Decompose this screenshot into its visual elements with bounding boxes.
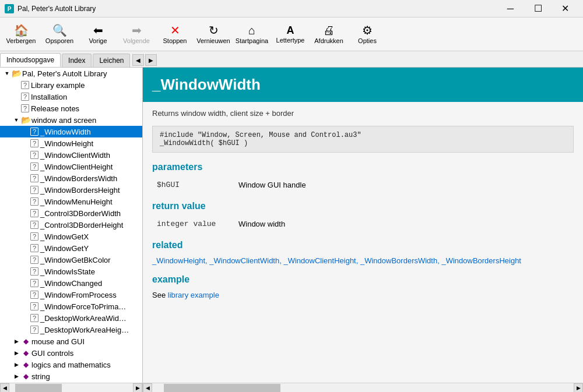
doc-icon: ?	[30, 174, 38, 182]
toolbar-vernieuwen-label: Vernieuwen	[196, 37, 230, 44]
content-hscroll-left[interactable]: ◀	[143, 383, 152, 393]
toolbar-startpagina[interactable]: ⌂ Startpagina	[233, 19, 271, 50]
toolbar-lettertype[interactable]: A Lettertype	[272, 19, 309, 50]
expand-icon[interactable]: ▶	[12, 337, 21, 346]
sidebar-item-windowclientheight[interactable]: ? _WindowClientHeight	[0, 161, 142, 172]
sidebar-item-label: _WindowFromProcess	[40, 291, 117, 299]
sidebar-item-desktopworkareaheight[interactable]: ? _DesktopWorkAreaHeig…	[0, 324, 142, 336]
content-area: _WindowWidth Returns window width, clien…	[143, 68, 583, 392]
related-link-windowclientheight[interactable]: _WindowClientHeight	[283, 256, 356, 265]
doc-icon: ?	[21, 93, 29, 101]
toolbar-stoppen[interactable]: ✕ Stoppen	[156, 19, 194, 50]
sidebar-item-label: _WindowHeight	[40, 139, 93, 148]
gem-icon: ◆	[21, 360, 30, 369]
doc-icon: ?	[30, 326, 38, 334]
sidebar-item-label: _WindowClientWidth	[40, 151, 110, 160]
sidebar-item-label: Library example	[31, 81, 85, 90]
expand-icon[interactable]: ▶	[12, 348, 21, 358]
parameters-table: $hGUI Window GUI handle	[152, 178, 574, 192]
code-line-2: _WindowWidth( $hGUI )	[160, 139, 566, 147]
sidebar-item-windowchanged[interactable]: ? _WindowChanged	[0, 277, 142, 289]
tab-inhoudsopgave[interactable]: Inhoudsopgave	[0, 53, 61, 67]
spacer	[21, 127, 30, 136]
content-hscroll-track[interactable]	[152, 383, 574, 392]
doc-icon: ?	[21, 81, 29, 89]
content-hscroll-right[interactable]: ▶	[574, 383, 583, 393]
sidebar-item-windowbordersheight[interactable]: ? _WindowBordersHeight	[0, 184, 142, 196]
sidebar-item-label: _WindowMenuHeight	[40, 197, 113, 206]
expand-icon[interactable]: ▶	[12, 372, 21, 381]
toolbar-volgende[interactable]: ➡ Volgende	[118, 19, 155, 50]
doc-icon: ?	[30, 197, 38, 206]
content-hscroll-thumb[interactable]	[164, 384, 280, 392]
related-link-windowheight[interactable]: _WindowHeight	[152, 256, 205, 265]
sidebar-item-windowgety[interactable]: ? _WindowGetY	[0, 242, 142, 254]
toolbar-opsporen[interactable]: 🔍 Opsporen	[41, 19, 78, 50]
expand-icon[interactable]: ▼	[12, 115, 21, 125]
sidebar-item-label: _WindowForceToPrima…	[40, 302, 126, 311]
sidebar-item-control3dborderheight[interactable]: ? _Control3DBorderHeight	[0, 219, 142, 231]
tab-index[interactable]: Index	[62, 54, 92, 67]
sidebar-item-desktopworkareawidth[interactable]: ? _DesktopWorkAreaWid…	[0, 312, 142, 324]
sidebar-item-label: _WindowIsState	[40, 267, 95, 276]
content-horizontal-scrollbar[interactable]: ◀ ▶	[143, 383, 583, 392]
sidebar-item-gui-controls[interactable]: ▶ ◆ GUI controls	[0, 347, 142, 359]
toolbar-verbergen[interactable]: 🏠 Verbergen	[2, 19, 40, 50]
spacer	[21, 313, 30, 323]
nav-prev-arrow[interactable]: ◀	[132, 54, 144, 66]
sidebar-item-windowmenuheight[interactable]: ? _WindowMenuHeight	[0, 196, 142, 207]
spacer	[21, 209, 30, 218]
related-link-windowclientwidth[interactable]: _WindowClientWidth	[209, 256, 279, 265]
related-link-windowborderswidth[interactable]: _WindowBordersWidth	[360, 256, 437, 265]
example-link[interactable]: library example	[168, 291, 219, 299]
sidebar-item-windowheight[interactable]: ? _WindowHeight	[0, 137, 142, 149]
expand-icon[interactable]: ▼	[2, 69, 12, 78]
content-scroll[interactable]: _WindowWidth Returns window width, clien…	[143, 68, 583, 383]
sidebar-item-windowforcetoprim[interactable]: ? _WindowForceToPrima…	[0, 301, 142, 312]
close-button[interactable]: ✕	[552, 0, 578, 17]
doc-icon: ?	[30, 314, 38, 322]
sidebar-horizontal-scrollbar[interactable]: ◀ ▶	[0, 383, 142, 392]
hscroll-left-arrow[interactable]: ◀	[0, 383, 9, 393]
sidebar-item-installation[interactable]: ? Installation	[0, 91, 142, 103]
sidebar-item-windowborderswidth[interactable]: ? _WindowBordersWidth	[0, 172, 142, 184]
nav-next-arrow[interactable]: ▶	[145, 54, 157, 66]
sidebar-item-window-screen[interactable]: ▼ 📂 window and screen	[0, 114, 142, 126]
section-return-title: return value	[152, 201, 574, 211]
home-icon: ⌂	[248, 24, 255, 36]
spacer	[21, 232, 30, 241]
hscroll-track[interactable]	[9, 383, 133, 392]
sidebar-item-windowfromprocess[interactable]: ? _WindowFromProcess	[0, 289, 142, 301]
sidebar-item-windowwidth[interactable]: ? _WindowWidth	[0, 126, 142, 137]
toolbar-opties[interactable]: ⚙ Opties	[349, 19, 386, 50]
sidebar-item-release-notes[interactable]: ? Release notes	[0, 103, 142, 114]
sidebar-item-windowgetx[interactable]: ? _WindowGetX	[0, 231, 142, 242]
hscroll-thumb[interactable]	[15, 384, 62, 392]
sidebar-item-label: _WindowWidth	[40, 128, 91, 136]
doc-icon: ?	[30, 209, 38, 217]
toolbar-afdrukken[interactable]: 🖨 Afdrukken	[310, 19, 347, 50]
related-link-windowbordersheight[interactable]: _WindowBordersHeight	[441, 256, 521, 265]
sidebar-item-pal-peter[interactable]: ▼ 📂 Pal, Peter's Autolt Library	[0, 68, 142, 79]
sidebar-item-windowgetbkcolor[interactable]: ? _WindowGetBkColor	[0, 254, 142, 266]
toolbar-vorige[interactable]: ⬅ Vorige	[79, 19, 117, 50]
hscroll-right-arrow[interactable]: ▶	[133, 383, 142, 393]
sidebar-item-library-example[interactable]: ? Library example	[0, 79, 142, 91]
sidebar-scroll[interactable]: ▼ 📂 Pal, Peter's Autolt Library ? Librar…	[0, 68, 142, 383]
sidebar-item-mouse-gui[interactable]: ▶ ◆ mouse and GUI	[0, 336, 142, 347]
sidebar-item-logics-math[interactable]: ▶ ◆ logics and mathematics	[0, 359, 142, 370]
sidebar-item-control3dborderwidth[interactable]: ? _Control3DBorderWidth	[0, 207, 142, 219]
sidebar-item-windowclientwidth[interactable]: ? _WindowClientWidth	[0, 149, 142, 161]
sidebar-item-label: Installation	[31, 93, 67, 101]
sidebar-item-label: logics and mathematics	[31, 361, 111, 369]
tab-leichen[interactable]: Leichen	[93, 54, 130, 67]
sidebar-item-string[interactable]: ▶ ◆ string	[0, 370, 142, 382]
return-table: integer value Window width	[152, 217, 574, 231]
minimize-button[interactable]: ─	[497, 0, 524, 17]
sidebar-item-label: _WindowGetBkColor	[40, 256, 111, 264]
toolbar-opsporen-label: Opsporen	[45, 37, 73, 44]
toolbar-vernieuwen[interactable]: ↻ Vernieuwen	[195, 19, 232, 50]
maximize-button[interactable]: ☐	[525, 0, 551, 17]
expand-icon[interactable]: ▶	[12, 360, 21, 369]
sidebar-item-windowisstate[interactable]: ? _WindowIsState	[0, 266, 142, 277]
